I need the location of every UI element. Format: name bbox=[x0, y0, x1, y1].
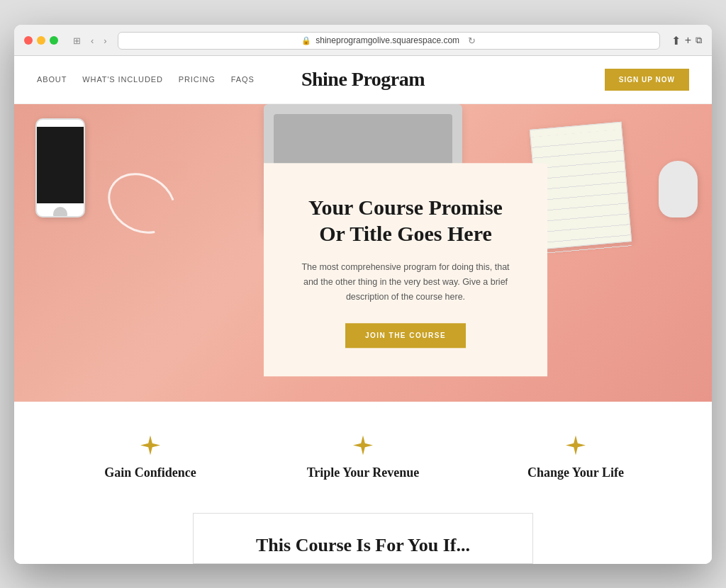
desk-mouse-decoration bbox=[659, 161, 698, 217]
hero-subtitle: The most comprehensive program for doing… bbox=[295, 260, 516, 305]
hero-section: Your Course PromiseOr Title Goes Here Th… bbox=[14, 104, 712, 402]
page-content: ABOUT WHAT'S INCLUDED PRICING FAQS Shine… bbox=[14, 56, 712, 564]
url-text: shineprogramgolive.squarespace.com bbox=[315, 35, 459, 45]
address-bar[interactable]: 🔒 shineprogramgolive.squarespace.com ↻ bbox=[118, 32, 660, 50]
hero-card: Your Course PromiseOr Title Goes Here Th… bbox=[264, 163, 547, 377]
sidebar-toggle[interactable]: ⊞ bbox=[69, 34, 84, 47]
features-section: Gain Confidence Triple Your Revenue Chan… bbox=[14, 402, 712, 506]
star-icon-3 bbox=[566, 436, 586, 456]
close-button[interactable] bbox=[24, 36, 33, 45]
star-icon-1 bbox=[140, 436, 160, 456]
desk-phone-decoration bbox=[35, 118, 85, 217]
nav-faqs[interactable]: FAQS bbox=[231, 75, 255, 84]
nav-pricing[interactable]: PRICING bbox=[179, 75, 216, 84]
course-box-title: This Course Is For You If... bbox=[216, 535, 510, 556]
back-button[interactable]: ‹ bbox=[87, 34, 97, 47]
hero-title: Your Course PromiseOr Title Goes Here bbox=[295, 194, 516, 247]
feature-title-2: Triple Your Revenue bbox=[271, 465, 455, 480]
browser-window: ⊞ ‹ › 🔒 shineprogramgolive.squarespace.c… bbox=[14, 25, 712, 564]
browser-chrome: ⊞ ‹ › 🔒 shineprogramgolive.squarespace.c… bbox=[14, 25, 712, 56]
lock-icon: 🔒 bbox=[301, 36, 311, 45]
nav-about[interactable]: ABOUT bbox=[37, 75, 67, 84]
browser-controls: ⊞ ‹ › bbox=[69, 34, 111, 47]
nav-whats-included[interactable]: WHAT'S INCLUDED bbox=[82, 75, 163, 84]
feature-title-1: Gain Confidence bbox=[58, 465, 242, 480]
feature-title-3: Change Your Life bbox=[484, 465, 668, 480]
nav-links: ABOUT WHAT'S INCLUDED PRICING FAQS bbox=[37, 75, 255, 84]
minimize-button[interactable] bbox=[37, 36, 45, 45]
traffic-lights bbox=[24, 36, 58, 45]
feature-item-1: Gain Confidence bbox=[44, 436, 257, 480]
feature-icon-2 bbox=[271, 436, 455, 456]
course-box: This Course Is For You If... bbox=[193, 513, 533, 564]
feature-icon-1 bbox=[58, 436, 242, 456]
join-course-button[interactable]: JOIN THE COURSE bbox=[345, 324, 466, 349]
duplicate-button[interactable]: ⧉ bbox=[696, 35, 702, 46]
refresh-icon[interactable]: ↻ bbox=[468, 35, 476, 46]
navbar: ABOUT WHAT'S INCLUDED PRICING FAQS Shine… bbox=[14, 56, 712, 104]
course-section: This Course Is For You If... bbox=[14, 506, 712, 564]
site-brand: Shine Program bbox=[301, 68, 425, 91]
feature-item-2: Triple Your Revenue bbox=[257, 436, 469, 480]
signup-button[interactable]: SIGN UP NOW bbox=[605, 69, 689, 91]
maximize-button[interactable] bbox=[50, 36, 58, 45]
share-button[interactable]: ⬆ bbox=[671, 34, 681, 47]
new-tab-button[interactable]: + bbox=[685, 34, 691, 47]
feature-item-3: Change Your Life bbox=[469, 436, 682, 480]
star-icon-2 bbox=[353, 436, 373, 456]
browser-actions: ⬆ + ⧉ bbox=[671, 34, 702, 47]
feature-icon-3 bbox=[484, 436, 668, 456]
forward-button[interactable]: › bbox=[100, 34, 110, 47]
